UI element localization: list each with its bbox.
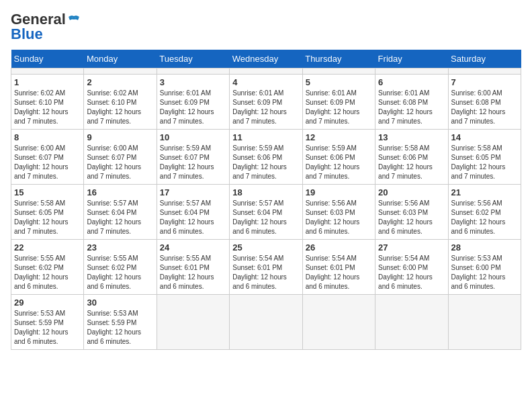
day-number: 16 — [87, 187, 153, 197]
calendar-cell — [375, 68, 448, 75]
day-number: 5 — [306, 77, 372, 87]
calendar-cell: 4Sunrise: 6:01 AM Sunset: 6:09 PM Daylig… — [230, 75, 302, 130]
calendar-cell: 21Sunrise: 5:56 AM Sunset: 6:02 PM Dayli… — [448, 185, 521, 240]
day-info: Sunrise: 5:57 AM Sunset: 6:04 PM Dayligh… — [160, 199, 226, 236]
week-row-5: 29Sunrise: 5:53 AM Sunset: 5:59 PM Dayli… — [11, 295, 521, 350]
day-header-wednesday: Wednesday — [230, 50, 302, 68]
day-info: Sunrise: 6:00 AM Sunset: 6:07 PM Dayligh… — [14, 144, 81, 181]
day-header-saturday: Saturday — [448, 50, 521, 68]
calendar-cell: 20Sunrise: 5:56 AM Sunset: 6:03 PM Dayli… — [375, 185, 448, 240]
calendar-cell: 18Sunrise: 5:57 AM Sunset: 6:04 PM Dayli… — [230, 185, 302, 240]
day-info: Sunrise: 5:58 AM Sunset: 6:06 PM Dayligh… — [378, 144, 445, 181]
day-info: Sunrise: 5:56 AM Sunset: 6:02 PM Dayligh… — [451, 199, 518, 236]
days-header-row: SundayMondayTuesdayWednesdayThursdayFrid… — [11, 50, 521, 68]
calendar-cell — [302, 68, 375, 75]
day-info: Sunrise: 6:02 AM Sunset: 6:10 PM Dayligh… — [14, 89, 81, 126]
day-info: Sunrise: 5:57 AM Sunset: 6:04 PM Dayligh… — [232, 199, 299, 236]
week-row-4: 22Sunrise: 5:55 AM Sunset: 6:02 PM Dayli… — [11, 240, 521, 295]
day-header-friday: Friday — [375, 50, 448, 68]
calendar-cell — [448, 295, 521, 350]
day-info: Sunrise: 5:58 AM Sunset: 6:05 PM Dayligh… — [14, 199, 81, 236]
day-info: Sunrise: 5:59 AM Sunset: 6:07 PM Dayligh… — [160, 144, 226, 181]
week-row-1: 1Sunrise: 6:02 AM Sunset: 6:10 PM Daylig… — [11, 75, 521, 130]
calendar-cell: 1Sunrise: 6:02 AM Sunset: 6:10 PM Daylig… — [11, 75, 84, 130]
calendar-cell: 10Sunrise: 5:59 AM Sunset: 6:07 PM Dayli… — [157, 130, 229, 185]
calendar-cell — [448, 68, 521, 75]
day-number: 13 — [378, 132, 445, 142]
day-info: Sunrise: 5:55 AM Sunset: 6:02 PM Dayligh… — [87, 254, 153, 291]
day-info: Sunrise: 6:00 AM Sunset: 6:08 PM Dayligh… — [451, 89, 518, 126]
week-row-0 — [11, 68, 521, 75]
day-info: Sunrise: 6:02 AM Sunset: 6:10 PM Dayligh… — [87, 89, 153, 126]
day-info: Sunrise: 5:55 AM Sunset: 6:02 PM Dayligh… — [14, 254, 81, 291]
calendar-cell: 12Sunrise: 5:59 AM Sunset: 6:06 PM Dayli… — [302, 130, 375, 185]
day-info: Sunrise: 5:54 AM Sunset: 6:01 PM Dayligh… — [306, 254, 372, 291]
calendar-cell: 9Sunrise: 6:00 AM Sunset: 6:07 PM Daylig… — [84, 130, 157, 185]
calendar-cell — [84, 68, 157, 75]
day-header-thursday: Thursday — [302, 50, 375, 68]
calendar-table: SundayMondayTuesdayWednesdayThursdayFrid… — [11, 50, 521, 350]
day-number: 6 — [378, 77, 445, 87]
calendar-cell: 14Sunrise: 5:58 AM Sunset: 6:05 PM Dayli… — [448, 130, 521, 185]
calendar-cell: 2Sunrise: 6:02 AM Sunset: 6:10 PM Daylig… — [84, 75, 157, 130]
day-number: 18 — [232, 187, 299, 197]
calendar-cell: 22Sunrise: 5:55 AM Sunset: 6:02 PM Dayli… — [11, 240, 84, 295]
day-info: Sunrise: 5:55 AM Sunset: 6:01 PM Dayligh… — [160, 254, 226, 291]
calendar-cell — [302, 295, 375, 350]
day-number: 4 — [232, 77, 299, 87]
day-number: 14 — [451, 132, 518, 142]
week-row-2: 8Sunrise: 6:00 AM Sunset: 6:07 PM Daylig… — [11, 130, 521, 185]
day-number: 10 — [160, 132, 226, 142]
calendar-cell — [375, 295, 448, 350]
logo-blue: Blue — [11, 26, 43, 43]
calendar-cell — [157, 295, 229, 350]
day-info: Sunrise: 5:57 AM Sunset: 6:04 PM Dayligh… — [87, 199, 153, 236]
calendar-cell: 30Sunrise: 5:53 AM Sunset: 5:59 PM Dayli… — [84, 295, 157, 350]
day-info: Sunrise: 5:56 AM Sunset: 6:03 PM Dayligh… — [378, 199, 445, 236]
calendar-cell: 24Sunrise: 5:55 AM Sunset: 6:01 PM Dayli… — [157, 240, 229, 295]
calendar-cell — [230, 68, 302, 75]
day-number: 2 — [87, 77, 153, 87]
calendar-cell: 8Sunrise: 6:00 AM Sunset: 6:07 PM Daylig… — [11, 130, 84, 185]
day-number: 9 — [87, 132, 153, 142]
day-info: Sunrise: 5:53 AM Sunset: 5:59 PM Dayligh… — [14, 309, 81, 347]
day-number: 12 — [306, 132, 372, 142]
calendar-cell: 23Sunrise: 5:55 AM Sunset: 6:02 PM Dayli… — [84, 240, 157, 295]
calendar-cell: 11Sunrise: 5:59 AM Sunset: 6:06 PM Dayli… — [230, 130, 302, 185]
calendar-cell — [230, 295, 302, 350]
calendar-cell: 3Sunrise: 6:01 AM Sunset: 6:09 PM Daylig… — [157, 75, 229, 130]
calendar-cell: 27Sunrise: 5:54 AM Sunset: 6:00 PM Dayli… — [375, 240, 448, 295]
day-number: 7 — [451, 77, 518, 87]
day-header-monday: Monday — [84, 50, 157, 68]
day-number: 17 — [160, 187, 226, 197]
day-info: Sunrise: 6:00 AM Sunset: 6:07 PM Dayligh… — [87, 144, 153, 181]
calendar-cell — [11, 68, 84, 75]
day-info: Sunrise: 5:53 AM Sunset: 6:00 PM Dayligh… — [451, 254, 518, 291]
day-info: Sunrise: 5:53 AM Sunset: 5:59 PM Dayligh… — [87, 309, 153, 347]
day-number: 22 — [14, 242, 81, 253]
day-number: 1 — [14, 77, 81, 87]
header: General Blue — [11, 11, 521, 43]
week-row-3: 15Sunrise: 5:58 AM Sunset: 6:05 PM Dayli… — [11, 185, 521, 240]
day-number: 3 — [160, 77, 226, 87]
day-info: Sunrise: 6:01 AM Sunset: 6:08 PM Dayligh… — [378, 89, 445, 126]
day-number: 26 — [306, 242, 372, 253]
calendar-cell — [157, 68, 229, 75]
calendar-cell: 13Sunrise: 5:58 AM Sunset: 6:06 PM Dayli… — [375, 130, 448, 185]
day-info: Sunrise: 6:01 AM Sunset: 6:09 PM Dayligh… — [160, 89, 226, 126]
calendar-cell: 17Sunrise: 5:57 AM Sunset: 6:04 PM Dayli… — [157, 185, 229, 240]
day-number: 20 — [378, 187, 445, 197]
day-number: 19 — [306, 187, 372, 197]
calendar-cell: 28Sunrise: 5:53 AM Sunset: 6:00 PM Dayli… — [448, 240, 521, 295]
day-info: Sunrise: 5:59 AM Sunset: 6:06 PM Dayligh… — [306, 144, 372, 181]
logo: General Blue — [11, 11, 81, 43]
day-number: 8 — [14, 132, 81, 142]
day-number: 24 — [160, 242, 226, 253]
calendar-cell: 25Sunrise: 5:54 AM Sunset: 6:01 PM Dayli… — [230, 240, 302, 295]
calendar-cell: 19Sunrise: 5:56 AM Sunset: 6:03 PM Dayli… — [302, 185, 375, 240]
day-number: 29 — [14, 298, 81, 308]
day-number: 21 — [451, 187, 518, 197]
calendar-cell: 15Sunrise: 5:58 AM Sunset: 6:05 PM Dayli… — [11, 185, 84, 240]
calendar-cell: 6Sunrise: 6:01 AM Sunset: 6:08 PM Daylig… — [375, 75, 448, 130]
logo-bird-icon — [67, 15, 81, 24]
